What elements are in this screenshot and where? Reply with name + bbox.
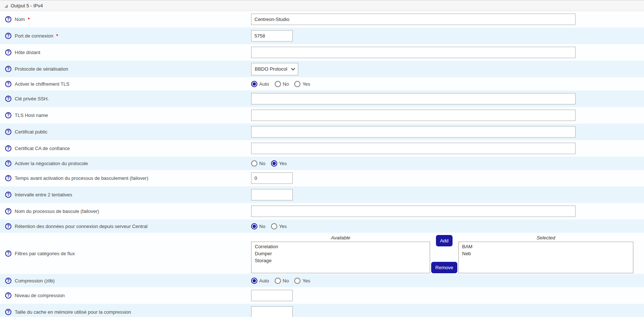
form-row-intervalle: ? Intervalle entre 2 tentatives xyxy=(0,186,644,203)
help-icon[interactable]: ? xyxy=(5,33,11,39)
field-label: Filtres par catégories de flux xyxy=(15,251,75,256)
tls-radio-group: Auto No Yes xyxy=(251,81,310,87)
protocole-select[interactable]: BBDO Protocol xyxy=(251,63,298,75)
form-row-compression: ? Compression (zlib) Auto No Yes xyxy=(0,274,644,287)
chevron-down-icon xyxy=(291,66,295,70)
field-label: Taille du cache en mémoire utilisé pour … xyxy=(15,309,131,315)
form-row-hote-distant: ? Hôte distant xyxy=(0,44,644,61)
radio-auto[interactable] xyxy=(251,81,257,87)
help-icon[interactable]: ? xyxy=(5,175,11,181)
help-icon[interactable]: ? xyxy=(5,129,11,135)
radio-yes[interactable] xyxy=(271,223,277,229)
taille-cache-input[interactable] xyxy=(251,306,293,317)
cert-ca-input[interactable] xyxy=(251,143,576,154)
add-button[interactable]: Add xyxy=(436,235,453,246)
help-icon[interactable]: ? xyxy=(5,81,11,87)
form-row-tls: ? Activer le chiffrement TLS Auto No Yes xyxy=(0,77,644,90)
help-icon[interactable]: ? xyxy=(5,309,11,315)
section-header: Output 5 - IPv4 xyxy=(0,0,644,11)
radio-auto[interactable] xyxy=(251,278,257,284)
field-label: Niveau de compression xyxy=(15,293,65,298)
help-icon[interactable]: ? xyxy=(5,192,11,198)
form-row-retention: ? Rétention des données pour connexion d… xyxy=(0,220,644,233)
form-row-cert-ca: ? Certificat CA de confiance xyxy=(0,140,644,157)
help-icon[interactable]: ? xyxy=(5,66,11,72)
field-label: Nom xyxy=(15,17,25,22)
list-item[interactable]: Storage xyxy=(251,257,430,264)
intervalle-input[interactable] xyxy=(251,189,293,200)
form-row-negociation: ? Activer la négociation du protocole No… xyxy=(0,157,644,170)
radio-no[interactable] xyxy=(275,278,281,284)
help-icon[interactable]: ? xyxy=(5,292,11,299)
cert-public-input[interactable] xyxy=(251,126,576,138)
retention-radio-group: No Yes xyxy=(251,223,287,229)
form-row-tls-hostname: ? TLS Host name xyxy=(0,107,644,124)
field-label: Hôte distant xyxy=(15,50,40,55)
help-icon[interactable]: ? xyxy=(5,96,11,102)
help-icon[interactable]: ? xyxy=(5,160,11,167)
radio-no[interactable] xyxy=(251,160,257,167)
help-icon[interactable]: ? xyxy=(5,278,11,284)
help-icon[interactable]: ? xyxy=(5,16,11,22)
form-row-nom: ? Nom * xyxy=(0,11,644,28)
field-label: Protocole de sérialisation xyxy=(15,66,68,72)
compression-radio-group: Auto No Yes xyxy=(251,278,310,284)
radio-yes[interactable] xyxy=(294,81,300,87)
port-input[interactable] xyxy=(251,30,293,42)
field-label: Activer la négociation du protocole xyxy=(15,161,88,166)
hote-distant-input[interactable] xyxy=(251,47,576,58)
form-row-taille-cache: ? Taille du cache en mémoire utilisé pou… xyxy=(0,304,644,317)
field-label: Intervalle entre 2 tentatives xyxy=(15,192,72,197)
required-asterisk: * xyxy=(28,17,29,22)
remove-button[interactable]: Remove xyxy=(431,262,457,273)
help-icon[interactable]: ? xyxy=(5,250,11,257)
field-label: Temps avant activation du processus de b… xyxy=(15,175,148,181)
available-header: Available xyxy=(251,235,430,242)
form-row-filtres-flux: ? Filtres par catégories de flux Availab… xyxy=(0,233,644,274)
form-row-port: ? Port de connexion * xyxy=(0,28,644,44)
temps-failover-input[interactable] xyxy=(251,172,293,184)
negociation-radio-group: No Yes xyxy=(251,160,287,167)
list-item[interactable]: Neb xyxy=(459,250,633,257)
list-item[interactable]: BAM xyxy=(459,243,633,250)
help-icon[interactable]: ? xyxy=(5,208,11,214)
tls-hostname-input[interactable] xyxy=(251,110,576,121)
field-label: Rétention des données pour connexion dep… xyxy=(15,224,148,229)
help-icon[interactable]: ? xyxy=(5,223,11,229)
radio-yes[interactable] xyxy=(271,160,277,167)
required-asterisk: * xyxy=(56,33,58,39)
collapse-triangle-icon[interactable] xyxy=(4,4,8,8)
form-row-cle-ssh: ? Clé privée SSH. xyxy=(0,90,644,107)
section-title: Output 5 - IPv4 xyxy=(11,3,43,8)
field-label: Clé privée SSH. xyxy=(15,96,49,101)
field-label: TLS Host name xyxy=(15,113,48,118)
radio-no[interactable] xyxy=(251,223,257,229)
help-icon[interactable]: ? xyxy=(5,145,11,152)
field-label: Nom du processus de bascule (failover) xyxy=(15,209,99,214)
radio-no[interactable] xyxy=(275,81,281,87)
form-row-cert-public: ? Certificat public xyxy=(0,124,644,140)
cle-ssh-input[interactable] xyxy=(251,93,576,104)
nom-input[interactable] xyxy=(251,14,576,25)
selected-header: Selected xyxy=(458,235,633,242)
field-label: Certificat CA de confiance xyxy=(15,146,70,151)
help-icon[interactable]: ? xyxy=(5,112,11,118)
field-label: Certificat public xyxy=(15,129,47,135)
field-label: Port de connexion xyxy=(15,33,53,39)
nom-processus-input[interactable] xyxy=(251,206,576,217)
list-item[interactable]: Dumper xyxy=(251,250,430,257)
radio-yes[interactable] xyxy=(294,278,300,284)
help-icon[interactable]: ? xyxy=(5,49,11,56)
list-item[interactable]: Correlation xyxy=(251,243,430,250)
form-row-temps-failover: ? Temps avant activation du processus de… xyxy=(0,170,644,186)
select-value: BBDO Protocol xyxy=(255,66,287,72)
form-row-nom-processus: ? Nom du processus de bascule (failover) xyxy=(0,203,644,220)
dual-list: Available Correlation Dumper Storage Add… xyxy=(251,233,633,273)
field-label: Compression (zlib) xyxy=(15,278,54,284)
form-row-protocole: ? Protocole de sérialisation BBDO Protoc… xyxy=(0,61,644,77)
niveau-compression-input[interactable] xyxy=(251,290,293,301)
field-label: Activer le chiffrement TLS xyxy=(15,81,69,87)
selected-listbox[interactable]: BAM Neb xyxy=(458,242,633,273)
available-listbox[interactable]: Correlation Dumper Storage xyxy=(251,242,430,273)
form-row-niveau-compression: ? Niveau de compression xyxy=(0,287,644,304)
